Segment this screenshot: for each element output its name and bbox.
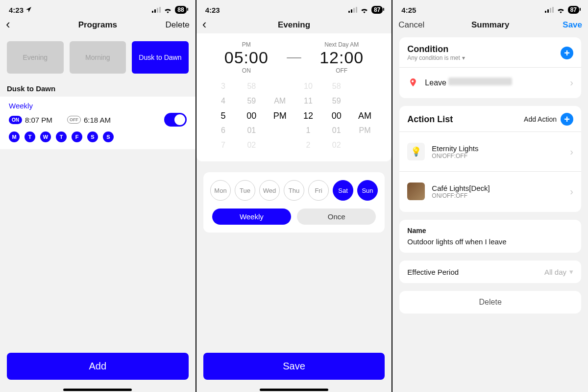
save-button[interactable]: Save: [203, 353, 385, 380]
day-tue[interactable]: T: [24, 131, 35, 142]
day-sat[interactable]: Sat: [333, 180, 353, 201]
home-indicator: [260, 389, 328, 391]
action-sub: ON/OFF:OFF: [432, 192, 563, 199]
condition-title: Condition: [407, 44, 465, 54]
tab-dusk-to-dawn[interactable]: Dusk to Dawn: [132, 41, 189, 74]
day-sat[interactable]: S: [87, 131, 98, 142]
off-time-block[interactable]: Next Day AM 12:00 OFF: [306, 41, 377, 74]
section-label: Dusk to Dawn: [5, 82, 191, 97]
chevron-right-icon: ›: [570, 186, 573, 197]
wheel-on-ampm: AM PM: [266, 80, 294, 152]
day-mon[interactable]: Mon: [210, 180, 231, 201]
chevron-down-icon: ▾: [462, 54, 465, 61]
redacted-address: [448, 78, 512, 85]
action-sub: ON/OFF:OFF: [432, 153, 563, 159]
back-button[interactable]: ‹: [202, 18, 207, 30]
on-time-block[interactable]: PM 05:00 ON: [211, 41, 282, 74]
status-time: 4:25: [401, 6, 416, 14]
name-value: Outdoor lights off when I leave: [407, 237, 573, 246]
wheel-off-hour: 10 11 12 1 2: [294, 80, 322, 152]
cellular-icon: [152, 7, 161, 13]
frequency-segment: Weekly Once: [212, 209, 376, 225]
wheel-off-minute: 58 59 00 01 02: [322, 80, 351, 152]
off-time: 6:18 AM: [84, 116, 111, 124]
location-icon: [25, 6, 32, 14]
time-wheels[interactable]: 3 4 5 6 7 58 59 00 01 02 AM PM: [201, 76, 387, 154]
day-fri[interactable]: F: [72, 131, 82, 142]
condition-card: Condition Any condition is met ▾ + Leave…: [399, 37, 581, 98]
program-card[interactable]: Weekly ON 8:07 PM OFF 6:18 AM M T W: [0, 97, 196, 149]
screen-summary: 4:25 87 Cancel Summary Save Condition: [392, 0, 588, 392]
screen-programs: 4:23 88 ‹ Programs Delete E: [0, 0, 196, 392]
day-thu[interactable]: Thu: [284, 180, 304, 201]
status-bar: 4:25 87: [397, 3, 583, 17]
location-pin-icon: [407, 77, 419, 88]
action-name: Café Lights[Deck]: [432, 184, 563, 192]
delete-action[interactable]: Delete: [160, 20, 190, 30]
light-string-icon: 💡: [407, 143, 425, 160]
action-name: Eternity Lights: [432, 144, 563, 153]
back-button[interactable]: ‹: [6, 18, 10, 30]
enabled-toggle[interactable]: [164, 113, 187, 127]
tab-morning[interactable]: Morning: [70, 41, 126, 74]
name-label: Name: [407, 227, 573, 235]
effective-period-value: All day: [544, 268, 566, 276]
add-action-label[interactable]: Add Action: [524, 115, 557, 123]
day-wed[interactable]: W: [40, 131, 51, 142]
wheel-on-hour: 3 4 5 6 7: [209, 80, 238, 152]
battery-icon: 88: [175, 6, 186, 14]
add-action-button[interactable]: +: [561, 113, 573, 126]
wheel-on-minute: 58 59 00 01 02: [237, 80, 266, 152]
day-wed[interactable]: Wed: [259, 180, 280, 201]
nav-header: ‹ Programs Delete: [5, 17, 191, 33]
nav-title: Summary: [471, 20, 509, 30]
nav-title: Programs: [78, 20, 117, 30]
day-fri[interactable]: Fri: [308, 180, 329, 201]
action-row[interactable]: 💡 Eternity Lights ON/OFF:OFF ›: [407, 138, 573, 165]
battery-icon: 87: [568, 6, 579, 14]
cancel-button[interactable]: Cancel: [398, 20, 428, 30]
day-sun[interactable]: Sun: [357, 180, 378, 201]
day-chips: M T W T F S S: [9, 131, 187, 142]
cellular-icon: [348, 7, 357, 13]
cellular-icon: [545, 7, 554, 13]
nav-title: Evening: [278, 20, 310, 30]
seg-weekly[interactable]: Weekly: [212, 209, 291, 225]
action-row[interactable]: Café Lights[Deck] ON/OFF:OFF ›: [407, 178, 573, 205]
wifi-icon: [557, 7, 565, 13]
delete-button[interactable]: Delete: [399, 291, 581, 314]
program-title: Weekly: [9, 102, 187, 110]
condition-label: Leave: [425, 78, 512, 87]
condition-mode-dropdown[interactable]: Any condition is met ▾: [407, 54, 465, 61]
status-bar: 4:23 88: [5, 3, 191, 17]
chevron-right-icon: ›: [570, 77, 573, 88]
action-list-title: Action List: [407, 114, 453, 125]
wheel-off-ampm: AM PM: [351, 80, 379, 152]
program-tabs: Evening Morning Dusk to Dawn: [5, 33, 191, 82]
tab-evening[interactable]: Evening: [7, 41, 64, 74]
day-circles: Mon Tue Wed Thu Fri Sat Sun: [207, 180, 381, 201]
off-badge: OFF: [67, 116, 81, 124]
add-button[interactable]: Add: [7, 353, 189, 380]
status-time: 4:23: [205, 6, 220, 14]
day-tue[interactable]: Tue: [235, 180, 255, 201]
nav-header: Cancel Summary Save: [397, 17, 583, 33]
time-dash: [287, 57, 301, 58]
on-badge: ON: [9, 116, 22, 124]
seg-once[interactable]: Once: [297, 209, 376, 225]
status-bar: 4:23 87: [201, 3, 387, 17]
day-sun[interactable]: S: [103, 131, 114, 142]
product-photo-icon: [407, 183, 425, 200]
nav-header: ‹ Evening: [201, 17, 387, 33]
home-indicator: [63, 389, 132, 391]
effective-period-row[interactable]: Effective Period All day ▾: [399, 261, 581, 283]
name-card[interactable]: Name Outdoor lights off when I leave: [399, 220, 581, 253]
add-condition-button[interactable]: +: [561, 47, 573, 59]
day-thu[interactable]: T: [56, 131, 67, 142]
condition-item[interactable]: Leave ›: [407, 74, 573, 91]
on-time: 8:07 PM: [25, 116, 52, 124]
save-button[interactable]: Save: [553, 20, 582, 30]
effective-period-label: Effective Period: [407, 268, 459, 276]
day-mon[interactable]: M: [9, 131, 20, 142]
action-list-card: Action List Add Action + 💡 Eternity Ligh…: [399, 106, 581, 212]
